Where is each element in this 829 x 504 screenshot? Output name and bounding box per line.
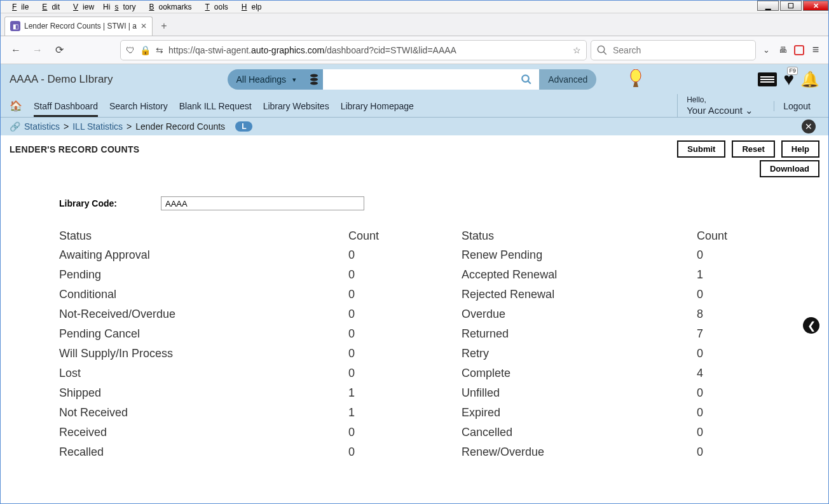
crumb-statistics[interactable]: Statistics xyxy=(24,121,60,132)
hamburger-menu[interactable]: ≡ xyxy=(809,44,822,57)
count-cell: 0 xyxy=(348,344,379,364)
table-row: Conditional0 xyxy=(59,285,379,304)
favorites-badge: F9 xyxy=(787,67,798,75)
table-row: Accepted Renewal1 xyxy=(462,265,727,285)
window-close[interactable] xyxy=(803,1,828,11)
status-table-left: Status Count Awaiting Approval0Pending0C… xyxy=(59,227,379,462)
chevron-down-icon: ⌄ xyxy=(745,105,753,116)
print-icon[interactable]: 🖶 xyxy=(776,44,789,57)
status-cell: Renew Pending xyxy=(462,245,697,265)
status-cell: Cancelled xyxy=(462,423,697,442)
nav-search-history[interactable]: Search History xyxy=(109,101,168,111)
browser-search-box[interactable]: Search xyxy=(591,40,756,60)
reload-button[interactable]: ⟳ xyxy=(50,41,68,59)
menu-view[interactable]: View xyxy=(64,1,99,13)
menu-file[interactable]: File xyxy=(3,1,33,13)
status-cell: Will Supply/In Process xyxy=(59,344,348,364)
count-cell: 0 xyxy=(697,383,727,403)
table-row: Pending0 xyxy=(59,265,379,285)
chevron-down-icon: ▾ xyxy=(292,76,296,84)
catalog-search-button[interactable] xyxy=(514,69,539,90)
expand-panel-icon[interactable]: ❮ xyxy=(803,317,819,334)
table-row: Received0 xyxy=(59,423,379,442)
status-cell: Lost xyxy=(59,364,348,383)
menu-help[interactable]: Help xyxy=(233,1,266,13)
table-row: Recalled0 xyxy=(59,442,379,462)
window-minimize[interactable] xyxy=(757,1,779,11)
menu-bookmarks[interactable]: Bookmarks xyxy=(140,1,196,13)
close-panel-icon[interactable]: ✕ xyxy=(802,119,816,133)
status-cell: Overdue xyxy=(462,304,697,324)
new-tab-button[interactable]: + xyxy=(158,20,170,32)
link-icon: 🔗 xyxy=(10,121,20,132)
logout-link[interactable]: Logout xyxy=(774,101,819,111)
address-bar[interactable]: 🛡 🔒 ⇆ https://qa-stwi-agent.auto-graphic… xyxy=(120,40,587,60)
bookmark-star-icon[interactable]: ☆ xyxy=(573,45,581,55)
favorites-icon[interactable]: ♥F9 xyxy=(783,69,794,90)
database-icon[interactable] xyxy=(305,69,323,90)
nav-staff-dashboard[interactable]: Staff Dashboard xyxy=(34,101,98,117)
tab-close-icon[interactable]: ✕ xyxy=(140,22,147,31)
table-row: Lost0 xyxy=(59,364,379,383)
col-count: Count xyxy=(697,227,727,245)
lock-icon: 🔒 xyxy=(140,45,151,55)
nav-library-websites[interactable]: Library Websites xyxy=(263,101,329,111)
status-cell: Returned xyxy=(462,324,697,344)
table-row: Awaiting Approval0 xyxy=(59,245,379,265)
table-row: Not Received1 xyxy=(59,403,379,423)
status-cell: Complete xyxy=(462,364,697,383)
browser-search-placeholder: Search xyxy=(613,45,641,55)
menu-edit[interactable]: Edit xyxy=(33,1,64,13)
status-cell: Awaiting Approval xyxy=(59,245,348,265)
download-button[interactable]: Download xyxy=(760,160,819,177)
forward-button[interactable]: → xyxy=(29,41,46,59)
balloon-icon[interactable] xyxy=(628,69,643,90)
help-button[interactable]: Help xyxy=(781,140,819,158)
menu-tools[interactable]: Tools xyxy=(196,1,232,13)
library-code-label: Library Code: xyxy=(59,198,161,208)
status-cell: Accepted Renewal xyxy=(462,265,697,285)
advanced-search-button[interactable]: Advanced xyxy=(539,69,596,90)
nav-blank-ill[interactable]: Blank ILL Request xyxy=(179,101,252,111)
app-header: AAAA - Demo LIbrary All Headings ▾ Advan… xyxy=(1,64,828,95)
browser-tab[interactable]: ◧ Lender Record Counts | STWI | a ✕ xyxy=(4,17,153,36)
window-maximize[interactable] xyxy=(780,1,802,11)
nav-library-homepage[interactable]: Library Homepage xyxy=(341,101,414,111)
count-cell: 0 xyxy=(697,344,727,364)
table-row: Returned7 xyxy=(462,324,727,344)
count-cell: 0 xyxy=(348,324,379,344)
submit-button[interactable]: Submit xyxy=(677,140,725,158)
table-row: Expired0 xyxy=(462,403,727,423)
page-content: LENDER'S RECORD COUNTS Submit Reset Help… xyxy=(1,135,828,467)
page-title: LENDER'S RECORD COUNTS xyxy=(10,144,139,154)
home-icon[interactable]: 🏠 xyxy=(10,100,22,112)
pocket-icon[interactable]: ⌄ xyxy=(760,44,772,57)
security-logo-icon[interactable] xyxy=(793,44,805,57)
count-cell: 0 xyxy=(348,304,379,324)
list-view-icon[interactable] xyxy=(758,72,777,86)
table-row: Shipped1 xyxy=(59,383,379,403)
library-name: AAAA - Demo LIbrary xyxy=(10,73,113,86)
count-cell: 0 xyxy=(348,423,379,442)
library-code-input[interactable] xyxy=(161,196,364,210)
catalog-search-input[interactable] xyxy=(323,69,514,90)
count-cell: 0 xyxy=(697,285,727,304)
reset-button[interactable]: Reset xyxy=(732,140,774,158)
status-cell: Conditional xyxy=(59,285,348,304)
table-row: Renew/Overdue0 xyxy=(462,442,727,462)
account-menu[interactable]: Hello, Your Account ⌄ xyxy=(677,94,762,117)
back-button[interactable]: ← xyxy=(7,41,25,59)
count-cell: 0 xyxy=(697,403,727,423)
menu-history[interactable]: History xyxy=(99,1,140,13)
tab-strip: ◧ Lender Record Counts | STWI | a ✕ + xyxy=(1,13,828,36)
table-row: Will Supply/In Process0 xyxy=(59,344,379,364)
crumb-ill-statistics[interactable]: ILL Statistics xyxy=(72,121,123,132)
url-text: https://qa-stwi-agent.auto-graphics.com/… xyxy=(168,45,456,55)
svg-line-1 xyxy=(603,51,606,55)
toggle-icon: ⇆ xyxy=(156,45,163,55)
headings-dropdown[interactable]: All Headings ▾ xyxy=(228,69,306,90)
notifications-icon[interactable]: 🔔 xyxy=(800,71,819,88)
svg-point-0 xyxy=(598,46,605,53)
favicon-icon: ◧ xyxy=(10,21,20,31)
lender-badge: L xyxy=(235,121,252,132)
